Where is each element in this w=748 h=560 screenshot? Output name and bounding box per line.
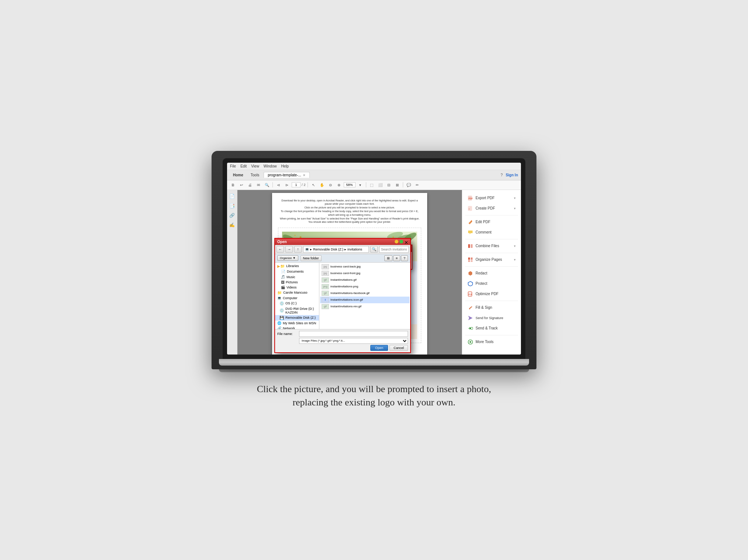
tool-edit-btn[interactable]: ✏ [414, 182, 421, 188]
sidebar-os-c[interactable]: 💿 OS (C:) [275, 301, 319, 306]
tool-zoom-drop-btn[interactable]: ▾ [357, 182, 364, 188]
panel-more-tools[interactable]: More Tools [464, 337, 519, 347]
forward-nav-btn[interactable]: → [285, 246, 293, 253]
view-icon-btn[interactable]: ⊞ [384, 255, 392, 261]
separator-4 [403, 182, 403, 187]
menu-help[interactable]: Help [281, 164, 289, 168]
new-folder-btn[interactable]: New folder [301, 255, 322, 261]
tool-back-btn[interactable]: ↩ [238, 182, 245, 188]
sidebar-dvd[interactable]: 💿 DVD RW Drive (D:) KAZDIN [275, 306, 319, 315]
tab-home[interactable]: Home [230, 172, 246, 178]
menu-view[interactable]: View [251, 164, 259, 168]
svg-rect-23 [468, 260, 470, 262]
sidebar-icon-bookmark[interactable]: 🔗 [229, 212, 236, 219]
panel-send-track[interactable]: Send & Track [464, 324, 519, 333]
tool-comment-btn[interactable]: 💬 [405, 182, 412, 188]
tool-fit4-btn[interactable]: ⊠ [394, 182, 401, 188]
export-pdf-label: Export PDF [476, 196, 512, 200]
svg-rect-19 [468, 244, 470, 248]
cancel-button[interactable]: Cancel [390, 345, 408, 351]
sidebar-icon-layers[interactable]: 📑 [229, 203, 236, 209]
maximize-btn[interactable] [399, 240, 403, 243]
panel-export-pdf[interactable]: PDF Export PDF ▾ [464, 193, 519, 203]
laptop-screen: File Edit View Window Help Home Tools pr… [227, 163, 521, 355]
sidebar-pictures[interactable]: 🖼 Pictures [275, 280, 319, 285]
file-item-6[interactable]: gif InstantInvitations-rev.gif [320, 303, 409, 310]
menu-edit[interactable]: Edit [240, 164, 247, 168]
panel-organize-pages[interactable]: Organize Pages ▾ [464, 255, 519, 265]
panel-redact[interactable]: Redact [464, 269, 519, 278]
panel-comment[interactable]: Comment [464, 228, 519, 237]
up-nav-btn[interactable]: ↑ [294, 246, 302, 253]
sidebar-computer[interactable]: 💻 Computer [275, 295, 319, 301]
sidebar-icon-sign[interactable]: ✍ [229, 222, 236, 228]
help-dialog-btn[interactable]: ? [401, 255, 408, 261]
tool-zoom-in-btn[interactable]: ⊕ [335, 182, 343, 188]
path-bar[interactable]: 💻 ▸ Removable Disk (Z:) ▸ invitations [303, 246, 369, 253]
separator-1 [272, 182, 273, 187]
panel-edit-pdf[interactable]: Edit PDF [464, 217, 519, 227]
combine-files-arrow: ▾ [514, 244, 516, 248]
tab-tools[interactable]: Tools [248, 172, 262, 178]
tool-fit2-btn[interactable]: ⬜ [377, 182, 384, 188]
sidebar-network[interactable]: 🔗 Network [275, 326, 319, 329]
panel-protect[interactable]: Protect [464, 279, 519, 288]
file-name-3: instantinvitations-png [330, 285, 358, 288]
sign-in-button[interactable]: Sign In [506, 173, 518, 177]
panel-create-pdf[interactable]: + Create PDF ▾ [464, 204, 519, 213]
sidebar-carole[interactable]: 📁 Carole Mancuso [275, 290, 319, 295]
sidebar-music[interactable]: 🎵 Music [275, 274, 319, 280]
tool-nav2-btn[interactable]: ⊳ [283, 182, 291, 188]
os-c-label: OS (C:) [285, 301, 297, 305]
file-item-5[interactable]: ii InstantInvitations-icon.gif [320, 297, 409, 303]
tool-hand-btn[interactable]: ✋ [318, 182, 326, 188]
open-button[interactable]: Open [370, 345, 388, 351]
tab-document[interactable]: program-template-... ✕ [264, 172, 310, 178]
tool-cursor-btn[interactable]: ↖ [310, 182, 317, 188]
tool-fit3-btn[interactable]: ⊟ [385, 182, 392, 188]
view-list-btn[interactable]: ≡ [393, 255, 400, 261]
file-item-1[interactable]: jpg business card-front.jpg [320, 270, 409, 277]
file-item-0[interactable]: jpg business card-back.jpg [320, 263, 409, 270]
sidebar-removable-disk[interactable]: 💾 Removable Disk (Z:) [275, 315, 319, 321]
tool-print-btn[interactable]: 🖨 [246, 182, 254, 188]
help-icon[interactable]: ? [501, 173, 503, 177]
tool-nav1-btn[interactable]: ⊲ [275, 182, 282, 188]
panel-send-signature[interactable]: Send for Signature [464, 313, 519, 323]
panel-fill-sign[interactable]: Fill & Sign [464, 303, 519, 312]
back-nav-btn[interactable]: ← [277, 246, 284, 253]
tool-page-btn[interactable]: 🗎 [229, 182, 237, 188]
file-item-4[interactable]: gif InstantInvitations-facebook.gif [320, 290, 409, 297]
tool-zoom-out-btn[interactable]: ⊖ [327, 182, 334, 188]
file-item-2[interactable]: gif InstantInvitations.gif [320, 277, 409, 283]
divider-4 [465, 266, 518, 267]
filename-input[interactable] [299, 331, 408, 337]
page-number-input[interactable] [292, 182, 301, 187]
tool-fit-btn[interactable]: ⬚ [368, 182, 375, 188]
edit-pdf-label: Edit PDF [476, 220, 516, 224]
tool-search-btn[interactable]: 🔍 [263, 182, 271, 188]
svg-text:+: + [469, 208, 470, 210]
close-btn[interactable]: ✕ [404, 240, 408, 243]
menu-file[interactable]: File [230, 164, 236, 168]
minimize-btn[interactable] [395, 240, 398, 243]
search-icon-btn[interactable]: 🔍 [370, 246, 378, 253]
tab-close-icon[interactable]: ✕ [303, 173, 306, 177]
libraries-label: Libraries [286, 264, 299, 268]
sidebar-documents[interactable]: 📄 Documents [275, 269, 319, 274]
panel-combine-files[interactable]: Combine Files ▾ [464, 241, 519, 251]
sidebar-videos[interactable]: 🎬 Videos [275, 285, 319, 290]
filetype-select[interactable]: Image Files (*.jpg;*.gif;*.png;*.ti... [299, 338, 408, 344]
tool-email-btn[interactable]: ✉ [255, 182, 262, 188]
sidebar-libraries[interactable]: ▶📁 Libraries [275, 263, 319, 269]
panel-optimize-pdf[interactable]: PDF Optimize PDF [464, 289, 519, 299]
menu-window[interactable]: Window [264, 164, 277, 168]
search-invitations-input[interactable] [379, 246, 409, 253]
organize-btn[interactable]: Organize ▼ [277, 255, 298, 261]
carole-label: Carole Mancuso [283, 291, 308, 294]
sidebar-msn[interactable]: 🌐 My Web Sites on MSN [275, 321, 319, 326]
sidebar-icon-pages[interactable]: 📄 [229, 193, 236, 200]
zoom-input[interactable] [344, 182, 356, 187]
file-item-3[interactable]: png instantinvitations-png [320, 283, 409, 290]
separator-2 [308, 182, 308, 187]
